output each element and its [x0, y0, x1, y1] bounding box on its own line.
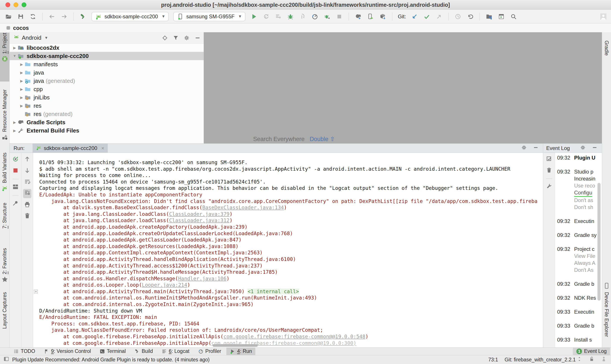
- event-log-entry[interactable]: 09:32Executin: [557, 218, 602, 225]
- chevron-collapsed-icon[interactable]: ▶: [19, 104, 25, 108]
- toolwindow-button-6-logcat[interactable]: 6: Logcat: [158, 348, 193, 355]
- attach-debugger-icon[interactable]: [299, 13, 306, 20]
- event-text[interactable]: Don't sh: [574, 204, 593, 210]
- tree-item-java[interactable]: ▶java(generated): [10, 77, 204, 85]
- rerun-icon[interactable]: [12, 156, 19, 163]
- stripe-button-1-project[interactable]: 1: Project: [0, 33, 9, 81]
- stop-icon[interactable]: [336, 13, 343, 20]
- run-config-select[interactable]: sdkbox-sample-ccc200▼: [92, 12, 169, 21]
- chevron-collapsed-icon[interactable]: ▶: [12, 120, 17, 124]
- chevron-collapsed-icon[interactable]: ▶: [19, 62, 25, 66]
- event-log-scrollbar[interactable]: [598, 183, 600, 300]
- up-icon[interactable]: [24, 156, 30, 163]
- stack-trace-link[interactable]: ): [353, 340, 356, 346]
- trash-icon[interactable]: [546, 167, 552, 174]
- pin-icon[interactable]: [12, 200, 19, 207]
- close-tab-icon[interactable]: ×: [101, 145, 104, 151]
- layout-icon[interactable]: [12, 183, 19, 191]
- stack-trace-link[interactable]: com.google.firebase:firebase-common@@19.…: [224, 334, 365, 339]
- undo-icon[interactable]: [466, 13, 474, 20]
- event-text[interactable]: Don't as: [574, 197, 593, 203]
- avd-manager-icon[interactable]: [367, 13, 374, 20]
- git-commit-icon[interactable]: [423, 13, 430, 20]
- toolwindow-button-todo[interactable]: TODO: [10, 348, 39, 355]
- tree-item-manifests[interactable]: ▶manifests: [10, 60, 204, 68]
- chevron-collapsed-icon[interactable]: ▶: [12, 46, 17, 50]
- toolwindow-button-terminal[interactable]: Terminal: [96, 348, 129, 355]
- run-tool-window-icon[interactable]: [498, 13, 505, 20]
- run-settings-gear-icon[interactable]: [521, 145, 527, 152]
- console-horizontal-scrollbar[interactable]: [213, 344, 258, 347]
- event-log-hide-icon[interactable]: [592, 145, 598, 152]
- git-branch-widget[interactable]: Git: firebase_with_creator_2.2.1: [505, 356, 582, 363]
- apply-code-changes-icon[interactable]: [275, 13, 282, 20]
- print-icon[interactable]: [24, 201, 30, 208]
- apply-changes-icon[interactable]: A: [262, 13, 270, 20]
- event-log-entry[interactable]: 09:33Install s: [557, 336, 602, 343]
- lock-icon[interactable]: [589, 356, 594, 363]
- chevron-collapsed-icon[interactable]: ▶: [12, 129, 17, 133]
- tree-item-external-build-files[interactable]: ▶External Build Files: [10, 126, 204, 135]
- tree-item-res[interactable]: res(generated): [10, 110, 204, 118]
- event-log-button[interactable]: 1 Event Log: [573, 348, 610, 355]
- stack-trace-link[interactable]: ClassLoader.java:312: [169, 218, 229, 223]
- event-log-entry[interactable]: 09:32Gradle b: [557, 281, 602, 287]
- hide-icon[interactable]: [195, 35, 201, 41]
- tree-item-res[interactable]: ▶res: [10, 102, 204, 110]
- forward-icon[interactable]: [60, 13, 68, 20]
- chevron-expanded-icon[interactable]: ▼: [12, 54, 17, 58]
- git-update-icon[interactable]: [411, 13, 418, 20]
- breadcrumb[interactable]: cocos: [13, 25, 29, 31]
- local-history-icon[interactable]: [454, 13, 462, 20]
- run-icon[interactable]: [250, 13, 257, 20]
- sync-icon[interactable]: [29, 13, 37, 20]
- stop-red-icon[interactable]: [12, 167, 19, 175]
- run-hide-icon[interactable]: [533, 145, 539, 152]
- notifications-icon[interactable]: [601, 356, 607, 363]
- tree-item-gradle-scripts[interactable]: ▶Gradle Scripts: [10, 118, 204, 126]
- event-text[interactable]: Always A: [574, 260, 595, 266]
- down-icon[interactable]: [24, 167, 30, 175]
- filter-icon[interactable]: [173, 35, 179, 41]
- run-tab[interactable]: sdkbox-sample-ccc200 ×: [32, 144, 108, 153]
- tree-item-cpp[interactable]: ▶cpp: [10, 85, 204, 93]
- project-structure-icon[interactable]: [485, 13, 493, 20]
- event-action-link[interactable]: Configu: [574, 189, 592, 197]
- sdk-manager-icon[interactable]: [379, 13, 386, 20]
- event-text[interactable]: View File: [574, 253, 595, 259]
- stripe-button-gradle[interactable]: Gradle: [602, 40, 611, 69]
- tree-item-java[interactable]: ▶java: [10, 68, 204, 77]
- caret-position[interactable]: 73:1: [488, 357, 498, 363]
- back-icon[interactable]: [48, 13, 56, 20]
- chevron-collapsed-icon[interactable]: ▶: [19, 87, 25, 91]
- stripe-button-layout-captures[interactable]: Layout Captures: [0, 292, 9, 338]
- stack-trace-link[interactable]: ClassLoader.java:379: [169, 211, 229, 217]
- stripe-button-2-favorites[interactable]: 2: Favorites: [0, 248, 9, 293]
- stack-trace-link[interactable]: Looper.java:214: [142, 282, 187, 288]
- save-icon[interactable]: [17, 13, 25, 20]
- status-message[interactable]: Plugin Update Recommended: Android Gradl…: [12, 357, 210, 363]
- event-text[interactable]: Don't As: [574, 267, 594, 273]
- event-log-entry[interactable]: 09:32Gradle sy: [557, 232, 602, 239]
- stripe-button-device-file-explorer[interactable]: Device File Explorer: [602, 281, 611, 346]
- toolwindow-button-9-version-control[interactable]: 9: Version Control: [40, 348, 94, 355]
- debug-icon[interactable]: [287, 13, 294, 20]
- wrench-icon[interactable]: [546, 183, 552, 190]
- toolwindow-button-build[interactable]: Build: [131, 348, 156, 355]
- event-log-entry[interactable]: 09:33Gradle b: [557, 322, 602, 329]
- profile-icon[interactable]: [311, 13, 319, 20]
- project-view-selector[interactable]: Android ▼: [13, 34, 48, 42]
- tree-item-sdkbox-sample-ccc200[interactable]: ▼sdkbox-sample-ccc200: [10, 52, 204, 60]
- stack-trace-link[interactable]: Handler.java:106: [178, 276, 226, 281]
- stack-trace-link[interactable]: BaseDexClassLoader.java:134: [202, 205, 284, 210]
- tree-item-jnilibs[interactable]: ▶jniLibs: [10, 93, 204, 102]
- run-console[interactable]: 01/05 09:33:32: Launching 'sdkbox-sample…: [33, 153, 543, 348]
- search-everywhere-icon[interactable]: [510, 13, 517, 20]
- toolwindow-button-4-run[interactable]: 4: Run: [226, 348, 255, 355]
- event-text[interactable]: Use reco: [574, 183, 595, 189]
- event-log-gear-icon[interactable]: [580, 145, 586, 152]
- open-icon[interactable]: [5, 13, 12, 20]
- fold-icon[interactable]: +: [34, 290, 38, 293]
- scrollend-icon[interactable]: [23, 189, 31, 198]
- chevron-collapsed-icon[interactable]: ▶: [19, 95, 25, 100]
